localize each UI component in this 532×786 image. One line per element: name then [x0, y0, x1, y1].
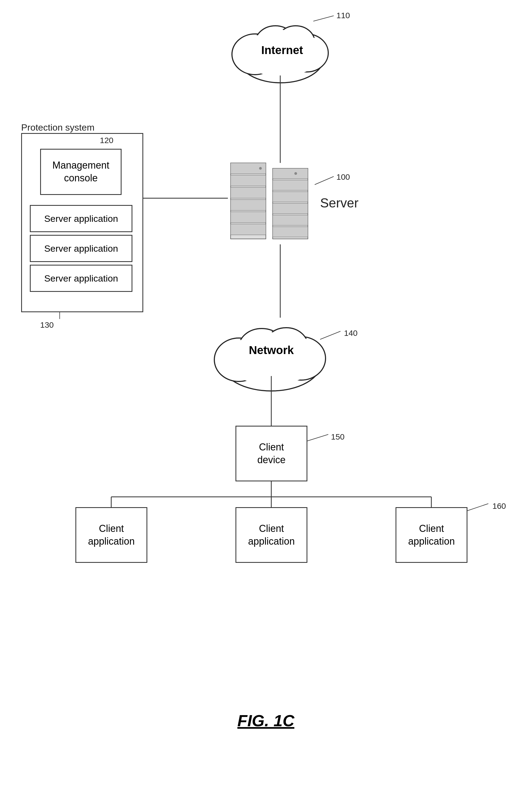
svg-rect-41	[231, 224, 266, 235]
protection-system-label: Protection system	[21, 122, 94, 133]
svg-line-29	[315, 177, 334, 185]
client-device-label: Clientdevice	[257, 441, 285, 466]
svg-line-34	[467, 504, 488, 511]
ref-130: 130	[40, 320, 54, 330]
client-app-3-label: Clientapplication	[408, 523, 455, 548]
client-app-2-box: Clientapplication	[236, 507, 307, 563]
internet-label: Internet	[261, 43, 303, 58]
svg-line-28	[313, 16, 334, 21]
svg-line-33	[307, 434, 328, 441]
figure-caption: FIG. 1C	[190, 711, 342, 730]
server-app-3-label: Server application	[44, 272, 118, 284]
client-app-1-box: Clientapplication	[75, 507, 147, 563]
client-device-box: Clientdevice	[236, 426, 307, 481]
server-app-1-label: Server application	[44, 213, 118, 225]
server-rack-icon	[228, 160, 315, 244]
svg-line-32	[320, 331, 340, 339]
network-label-box: Network	[249, 339, 293, 361]
svg-rect-40	[231, 212, 266, 223]
svg-rect-44	[273, 180, 308, 190]
svg-rect-37	[231, 175, 266, 186]
svg-rect-43	[273, 168, 308, 179]
svg-rect-45	[273, 192, 308, 202]
ref-140: 140	[344, 328, 358, 338]
ref-150: 150	[331, 432, 344, 441]
internet-box: Internet	[255, 35, 309, 65]
svg-rect-47	[273, 215, 308, 225]
ref-120: 120	[100, 136, 114, 145]
management-console-label: Managementconsole	[52, 159, 109, 185]
svg-rect-46	[273, 203, 308, 214]
client-app-2-label: Clientapplication	[248, 523, 295, 548]
svg-rect-38	[231, 187, 266, 198]
server-app-3-box: Server application	[30, 265, 132, 292]
server-app-2-box: Server application	[30, 235, 132, 262]
client-app-3-box: Clientapplication	[395, 507, 467, 563]
network-label: Network	[249, 343, 294, 358]
svg-point-49	[259, 167, 262, 170]
ref-160: 160	[492, 502, 506, 511]
ref-110: 110	[336, 11, 350, 20]
svg-rect-48	[273, 227, 308, 237]
server-app-2-label: Server application	[44, 242, 118, 254]
client-app-1-label: Clientapplication	[88, 523, 135, 548]
server-label: Server	[320, 195, 358, 210]
svg-point-50	[294, 172, 297, 175]
server-app-1-box: Server application	[30, 205, 132, 232]
management-console-box: Managementconsole	[40, 149, 122, 195]
diagram-container: Internet 110 100 Server Prote	[0, 0, 532, 733]
ref-100: 100	[336, 172, 350, 182]
svg-rect-39	[231, 200, 266, 210]
